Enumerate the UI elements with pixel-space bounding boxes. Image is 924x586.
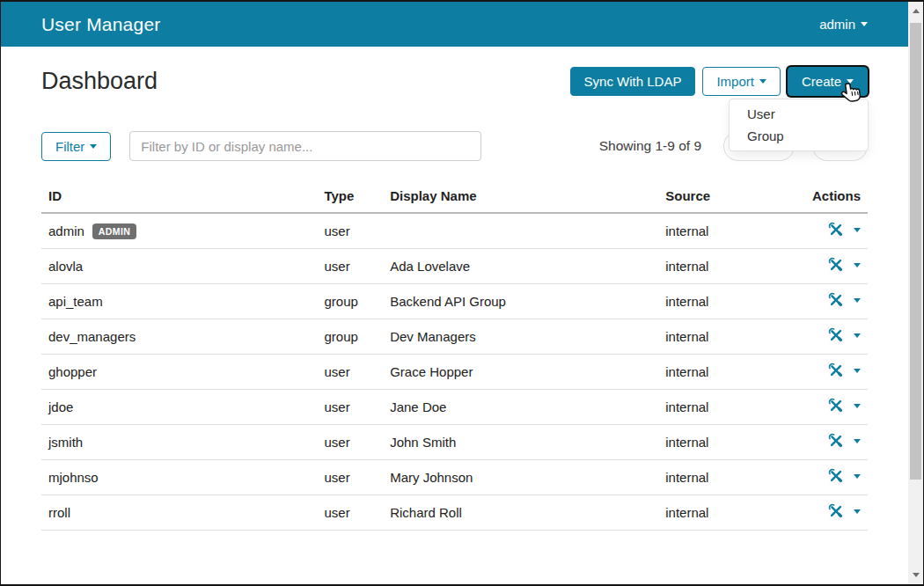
vertical-scrollbar[interactable] [908,2,923,584]
tools-icon [828,398,844,414]
import-button[interactable]: Import [702,67,781,96]
cell-source: internal [658,460,805,495]
table-row: jsmith user John Smith internal [41,425,868,460]
cell-id: ghopper [41,355,317,390]
create-button[interactable]: Create [788,67,868,96]
cell-type: user [317,425,383,460]
cell-id: api_team [41,284,317,319]
table-row: mjohnso user Mary Johnson internal [41,460,868,495]
users-table: ID Type Display Name Source Actions admi… [41,180,868,531]
page-title: Dashboard [41,68,158,95]
chevron-down-icon [854,228,861,232]
row-actions-toggle[interactable] [828,503,861,519]
table-row: alovla user Ada Lovelave internal [41,249,868,284]
column-header-actions: Actions [805,180,868,213]
table-row: api_team group Backend API Group interna… [41,284,868,319]
cell-display-name: Mary Johnson [383,460,658,495]
column-header-id: ID [41,180,317,213]
cell-source: internal [658,495,805,531]
row-actions-toggle[interactable] [828,398,861,414]
create-menu-item-user[interactable]: User [730,103,868,125]
cell-id: dev_managers [41,319,317,355]
cell-display-name [383,213,658,249]
chevron-down-icon [854,333,861,338]
user-menu-label: admin [819,17,855,32]
chevron-down-icon [854,369,861,373]
column-header-source: Source [658,180,805,213]
admin-badge: ADMIN [92,223,136,239]
cell-display-name: Backend API Group [383,284,658,319]
chevron-down-icon [861,22,868,26]
cell-id: adminADMIN [41,213,317,249]
cell-type: user [317,495,383,531]
cell-source: internal [658,425,805,460]
cell-type: user [317,355,383,390]
cell-id: mjohnso [41,460,317,495]
table-row: jdoe user Jane Doe internal [41,390,868,425]
app-brand: User Manager [41,14,160,35]
cell-display-name: Jane Doe [383,390,658,425]
table-row: dev_managers group Dev Managers internal [41,319,868,355]
cell-type: group [317,319,383,355]
row-actions-toggle[interactable] [828,468,861,484]
column-header-type: Type [317,180,383,213]
create-menu-item-group[interactable]: Group [730,125,868,147]
chevron-down-icon [854,404,861,408]
main-content: Dashboard Sync With LDAP Import Create U… [1,47,908,584]
row-actions-toggle[interactable] [828,292,861,308]
row-actions-toggle[interactable] [828,433,861,449]
scrollbar-thumb[interactable] [910,23,921,480]
toolbar: Sync With LDAP Import Create [570,67,868,96]
tools-icon [828,363,844,378]
results-summary: Showing 1-9 of 9 [599,138,701,154]
tools-icon [828,292,844,308]
filter-button-label: Filter [55,139,84,154]
cell-display-name: John Smith [383,425,658,460]
row-actions-toggle[interactable] [828,327,861,343]
cell-display-name: Richard Roll [383,495,658,531]
table-row: adminADMIN user internal [41,213,868,249]
cell-display-name: Grace Hopper [383,355,658,390]
scroll-up-button[interactable] [908,4,923,18]
create-dropdown-menu: User Group [729,99,869,151]
cell-id: jsmith [41,425,317,460]
scroll-up-icon [913,9,920,13]
cell-display-name: Ada Lovelave [383,249,658,284]
cell-id: jdoe [41,390,317,425]
tools-icon [828,503,844,519]
chevron-down-icon [90,144,97,149]
top-navbar: User Manager admin [1,2,908,47]
cell-source: internal [658,213,805,249]
tools-icon [828,327,844,343]
cell-type: user [317,390,383,425]
sync-with-ldap-button[interactable]: Sync With LDAP [570,67,696,96]
scroll-down-button[interactable] [908,568,923,582]
chevron-down-icon [854,439,861,443]
row-actions-toggle[interactable] [828,257,861,273]
cell-id: rroll [41,495,317,531]
filter-button[interactable]: Filter [41,132,111,161]
page-header: Dashboard Sync With LDAP Import Create [41,67,868,96]
tools-icon [828,222,844,238]
cell-type: user [317,249,383,284]
row-actions-toggle[interactable] [828,222,861,238]
chevron-down-icon [847,79,854,84]
filter-input[interactable] [129,131,481,161]
cell-type: group [317,284,383,319]
tools-icon [828,433,844,449]
table-row: rroll user Richard Roll internal [41,495,868,531]
table-row: ghopper user Grace Hopper internal [41,355,868,390]
row-actions-toggle[interactable] [828,363,861,378]
cell-source: internal [658,390,805,425]
chevron-down-icon [759,79,766,84]
tools-icon [828,468,844,484]
cell-source: internal [658,355,805,390]
cell-type: user [317,213,383,249]
cell-source: internal [658,319,805,355]
cell-type: user [317,460,383,495]
user-menu-toggle[interactable]: admin [819,17,868,32]
create-button-label: Create [802,74,841,89]
browser-window: User Manager admin Dashboard Sync With L… [0,0,924,586]
scroll-down-icon [913,573,920,577]
chevron-down-icon [854,263,861,267]
